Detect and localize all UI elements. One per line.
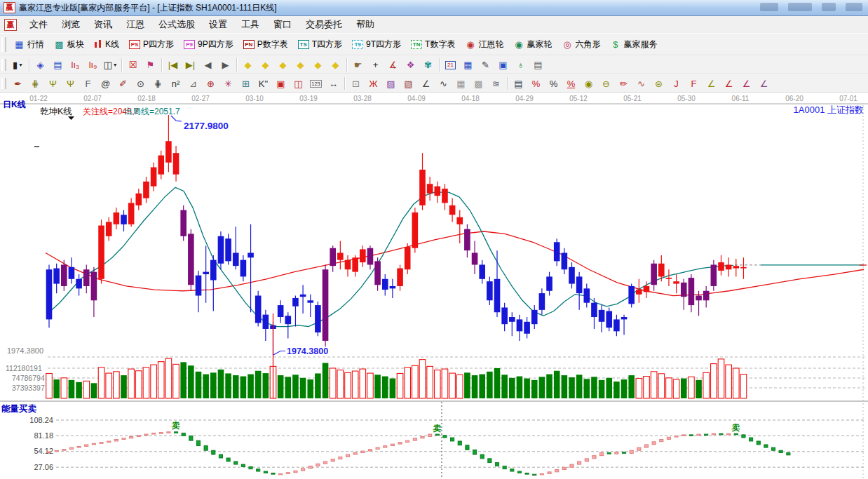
f-ruler[interactable]: F bbox=[80, 76, 96, 91]
h-arrows[interactable]: ↔ bbox=[325, 76, 341, 91]
gold-bar[interactable]: ⊖ bbox=[598, 76, 614, 91]
bars-9[interactable]: lı₉ bbox=[85, 58, 101, 73]
candle-style[interactable]: ◫▼ bbox=[102, 58, 118, 73]
nav-last[interactable]: ▶| bbox=[182, 58, 198, 73]
gann-wheel-button[interactable]: ◉江恩轮 bbox=[460, 34, 508, 55]
pen-knife[interactable]: ✒ bbox=[10, 76, 26, 91]
nav-first[interactable]: |◀ bbox=[165, 58, 181, 73]
menu-item-3[interactable]: 江恩 bbox=[119, 17, 151, 32]
zoom-right[interactable]: ◆ bbox=[257, 58, 273, 73]
gold-ratio-1[interactable]: Ψ bbox=[45, 76, 61, 91]
grid-tool[interactable]: ▦ bbox=[453, 76, 469, 91]
crosshair-tool[interactable]: + bbox=[367, 58, 384, 73]
percent[interactable]: % bbox=[545, 76, 562, 91]
close-icon[interactable] bbox=[846, 3, 862, 11]
menu-item-6[interactable]: 工具 bbox=[234, 17, 266, 32]
angle-measure[interactable]: ∡ bbox=[385, 58, 401, 73]
kline-button[interactable]: K线 bbox=[89, 34, 124, 55]
pct-line[interactable]: % bbox=[563, 76, 579, 91]
window-control-blob[interactable] bbox=[788, 3, 812, 11]
menu-item-9[interactable]: 帮助 bbox=[349, 17, 381, 32]
gold-line[interactable]: ⊜ bbox=[651, 76, 667, 91]
angle-a[interactable]: ⊿ bbox=[185, 76, 201, 91]
sectors-button[interactable]: ▩板块 bbox=[49, 34, 89, 55]
chevron-down-icon[interactable]: ▼ bbox=[113, 62, 118, 67]
comb-2[interactable]: ⋕ bbox=[150, 76, 166, 91]
menu-item-4[interactable]: 公式选股 bbox=[151, 17, 202, 32]
zoom-left[interactable]: ◆ bbox=[240, 58, 256, 73]
flag-tool[interactable]: ⚑ bbox=[142, 58, 158, 73]
web-link[interactable]: ♁ bbox=[513, 58, 529, 73]
fan-box-purple[interactable]: ▨ bbox=[383, 76, 399, 91]
fan-lines-red[interactable]: Ж bbox=[365, 76, 381, 91]
si-angle[interactable]: ∠ bbox=[756, 76, 772, 91]
calendar[interactable]: 21 bbox=[442, 58, 459, 73]
menu-item-0[interactable]: 文件 bbox=[22, 17, 55, 32]
quotes-button[interactable]: ▦行情 bbox=[9, 34, 49, 55]
menu-item-1[interactable]: 浏览 bbox=[55, 17, 87, 32]
circle-cross[interactable]: ⊕ bbox=[203, 76, 219, 91]
spiral-tool[interactable]: ✾ bbox=[420, 58, 436, 73]
stats-list[interactable]: ▤ bbox=[510, 76, 527, 91]
zoom-h-expand[interactable]: ◆ bbox=[275, 58, 291, 73]
9p-square-button[interactable]: P99P四方形 bbox=[179, 34, 238, 55]
notepad[interactable]: ✎ bbox=[477, 58, 494, 73]
f10-notes[interactable]: ▤ bbox=[50, 58, 66, 73]
nav-next[interactable]: ▶ bbox=[217, 58, 233, 73]
ying-angle[interactable]: ∠ bbox=[738, 76, 754, 91]
gold-circle[interactable]: ◉ bbox=[581, 76, 597, 91]
minimize-icon[interactable] bbox=[822, 3, 836, 11]
time-compass[interactable]: ⊙ bbox=[133, 76, 149, 91]
ruler-123[interactable]: 123 bbox=[308, 76, 324, 91]
chart-area[interactable]: 01-2202-0702-1802-2703-1003-1903-2804-09… bbox=[0, 93, 868, 479]
n-squared[interactable]: n² bbox=[168, 76, 184, 91]
zoom-all[interactable]: ◆ bbox=[310, 58, 326, 73]
angle-lines[interactable]: ∠ bbox=[418, 76, 434, 91]
menu-item-8[interactable]: 交易委托 bbox=[299, 17, 349, 32]
zoom-h-shrink[interactable]: ◆ bbox=[292, 58, 308, 73]
web-square[interactable]: ⊞ bbox=[238, 76, 254, 91]
p-square-button[interactable]: PSP四方形 bbox=[124, 34, 179, 55]
zigzag[interactable]: ∿ bbox=[435, 76, 452, 91]
bars-3[interactable]: lı₃ bbox=[67, 58, 83, 73]
gold-ratio-2[interactable]: Ψ bbox=[62, 76, 79, 91]
formula-box[interactable]: ☒ bbox=[125, 58, 141, 73]
print[interactable]: ▤ bbox=[530, 58, 546, 73]
comb-ruler[interactable]: ⋕ bbox=[27, 76, 43, 91]
calculator[interactable]: ▦ bbox=[460, 58, 476, 73]
j-angle[interactable]: J bbox=[668, 76, 684, 91]
t-table-button[interactable]: TNT数字表 bbox=[406, 34, 460, 55]
hexagon-button[interactable]: ◎六角形 bbox=[557, 34, 605, 55]
winner-service-button[interactable]: $赢家服务 bbox=[605, 34, 662, 55]
t-square-button[interactable]: TST四方形 bbox=[293, 34, 347, 55]
marker-pen[interactable]: ✐ bbox=[115, 76, 131, 91]
grid-dot-tool[interactable]: ▩ bbox=[470, 76, 487, 91]
save[interactable]: ▣ bbox=[495, 58, 511, 73]
menu-item-5[interactable]: 设置 bbox=[202, 17, 234, 32]
box-select[interactable]: ⊡ bbox=[348, 76, 364, 91]
winner-wheel-button[interactable]: ◉赢家轮 bbox=[508, 34, 557, 55]
window-controls[interactable] bbox=[760, 3, 862, 11]
wave-box[interactable]: ∿ bbox=[633, 76, 649, 91]
k-quote[interactable]: K" bbox=[255, 76, 271, 91]
zoom-reset[interactable]: ◆ bbox=[327, 58, 344, 73]
hand-tool[interactable]: ☛ bbox=[350, 58, 366, 73]
shen-tool[interactable]: ▣ bbox=[273, 76, 289, 91]
period-select[interactable]: ▮▼ bbox=[10, 58, 26, 73]
menu-item-7[interactable]: 窗口 bbox=[266, 17, 299, 32]
gold-angle[interactable]: ∠ bbox=[703, 76, 719, 91]
hatch-tool[interactable]: ≋ bbox=[488, 76, 504, 91]
pct-slash[interactable]: % bbox=[528, 76, 544, 91]
spiral-calendar[interactable]: @ bbox=[97, 76, 114, 91]
p-table-button[interactable]: PNP数字表 bbox=[238, 34, 293, 55]
menu-item-2[interactable]: 资讯 bbox=[87, 17, 119, 32]
kline-type-dropdown-icon[interactable] bbox=[68, 116, 74, 120]
mark-tool[interactable]: ❖ bbox=[402, 58, 419, 73]
web-star[interactable]: ✳ bbox=[220, 76, 236, 91]
f-angle[interactable]: F bbox=[686, 76, 702, 91]
chevron-down-icon[interactable]: ▼ bbox=[18, 62, 23, 67]
shen-angle[interactable]: ∠ bbox=[721, 76, 737, 91]
gann-frame[interactable]: ◈ bbox=[32, 58, 48, 73]
ying-tool[interactable]: ◫ bbox=[290, 76, 306, 91]
fan-box-2[interactable]: ▧ bbox=[400, 76, 416, 91]
